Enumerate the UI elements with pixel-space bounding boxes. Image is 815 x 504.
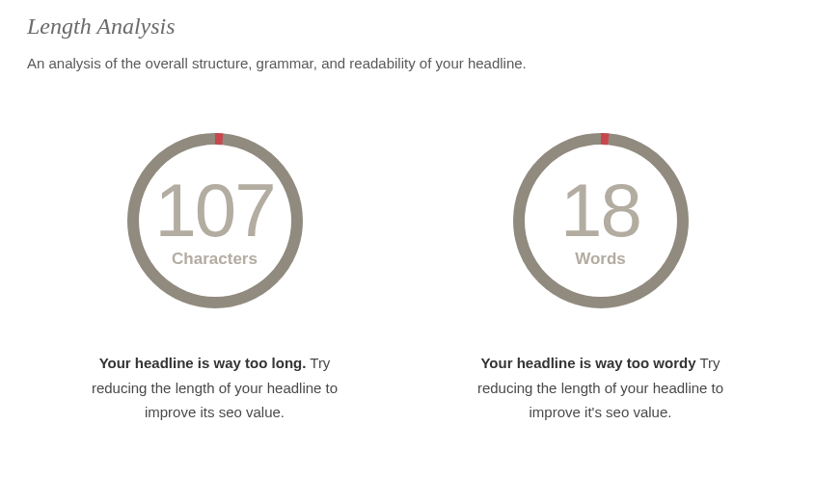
words-label: Words	[575, 250, 626, 269]
metric-characters: 107 Characters Your headline is way too …	[70, 129, 360, 425]
gauge-characters: 107 Characters	[123, 129, 307, 312]
characters-value: 107	[154, 172, 274, 248]
characters-message-bold: Your headline is way too long.	[99, 355, 307, 371]
section-title: Length Analysis	[27, 13, 788, 40]
gauge-words: 18 Words	[509, 129, 693, 312]
characters-message: Your headline is way too long. Try reduc…	[75, 351, 355, 425]
section-description: An analysis of the overall structure, gr…	[27, 55, 788, 71]
metric-words: 18 Words Your headline is way too wordy …	[456, 129, 746, 425]
words-message-bold: Your headline is way too wordy	[480, 355, 695, 371]
words-message: Your headline is way too wordy Try reduc…	[461, 351, 741, 425]
metrics-row: 107 Characters Your headline is way too …	[27, 129, 788, 425]
characters-label: Characters	[172, 250, 258, 269]
words-value: 18	[560, 172, 640, 248]
